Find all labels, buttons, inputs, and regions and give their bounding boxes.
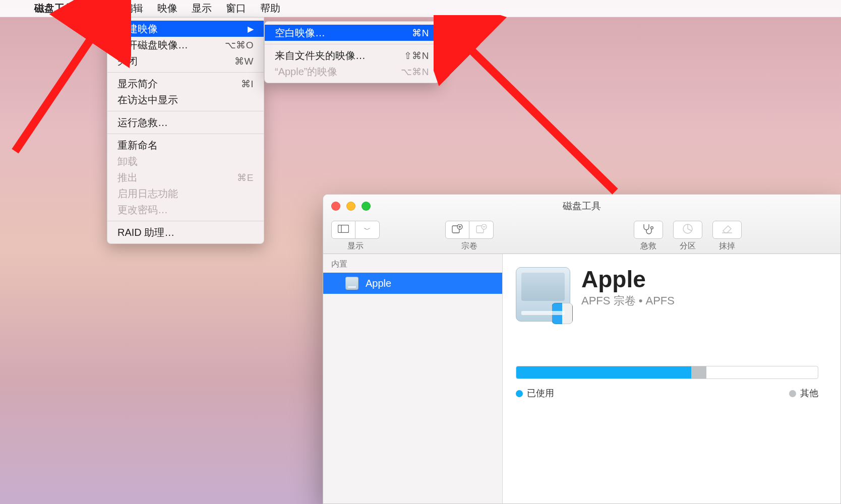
hard-disk-large-icon [516, 267, 570, 322]
legend-used: 已使用 [516, 387, 554, 399]
toolbar-group-first-aid: 急救 [634, 221, 663, 251]
legend-dot-icon [789, 390, 796, 397]
window-toolbar: ﹀ 显示 [323, 215, 840, 251]
legend-dot-icon [516, 390, 523, 397]
finder-badge-icon [552, 303, 573, 324]
menu-item-label: RAID 助理… [117, 226, 174, 239]
menu-item-label: 运行急救… [117, 116, 168, 130]
menubar-item-help[interactable]: 帮助 [253, 0, 287, 17]
usage-section: 已使用 其他 [516, 366, 818, 399]
annotation-arrow-right [434, 15, 635, 202]
sidebar-item-apple[interactable]: Apple [323, 273, 502, 294]
menu-item-raid-assistant[interactable]: RAID 助理… [107, 224, 264, 240]
toolbar-label: 显示 [347, 241, 364, 251]
volume-name: Apple [581, 267, 675, 291]
usage-bar [516, 366, 818, 379]
menu-item-unmount: 卸载 [107, 153, 264, 169]
svg-rect-0 [338, 225, 349, 232]
menu-item-label: 启用日志功能 [117, 187, 178, 201]
menu-item-shortcut: ⌘E [237, 172, 254, 183]
main-pane: Apple APFS 宗卷 • APFS 已使用 其他 [503, 254, 840, 503]
toolbar-label: 抹掉 [719, 241, 735, 251]
legend-label: 其他 [800, 388, 818, 398]
menubar-app-name[interactable]: 磁盘工具 [27, 0, 82, 17]
new-image-submenu: 空白映像… ⌘N 来自文件夹的映像… ⇧⌘N “Apple”的映像 ⌥⌘N [264, 21, 440, 83]
pie-chart-icon [682, 223, 693, 237]
submenu-item-image-from-apple: “Apple”的映像 ⌥⌘N [265, 64, 439, 80]
menu-separator [107, 72, 264, 73]
menu-item-show-in-finder[interactable]: 在访达中显示 [107, 92, 264, 108]
eraser-icon [721, 224, 733, 236]
file-menu-dropdown: 新建映像 ▶ 打开磁盘映像… ⌥⌘O 关闭 ⌘W 显示简介 ⌘I 在访达中显示 … [107, 17, 264, 244]
submenu-item-blank-image[interactable]: 空白映像… ⌘N [265, 25, 439, 41]
toolbar-partition-button [673, 221, 702, 239]
menu-separator [265, 44, 439, 44]
menubar-item-image[interactable]: 映像 [150, 0, 185, 17]
menu-item-rename[interactable]: 重新命名 [107, 137, 264, 153]
menu-separator [107, 221, 264, 221]
menu-item-enable-journaling: 启用日志功能 [107, 185, 264, 202]
menu-item-label: 推出 [117, 171, 138, 184]
menubar-item-view[interactable]: 显示 [185, 0, 219, 17]
toolbar-group-erase: 抹掉 [712, 221, 742, 251]
menu-item-label: 显示简介 [117, 77, 158, 91]
volume-remove-icon [476, 224, 487, 236]
toolbar-label: 宗卷 [461, 241, 477, 251]
menu-item-run-first-aid[interactable]: 运行急救… [107, 114, 264, 131]
legend-label: 已使用 [527, 388, 554, 398]
toolbar-erase-button [712, 221, 742, 239]
menu-item-label: 来自文件夹的映像… [275, 49, 366, 62]
volume-subtitle: APFS 宗卷 • APFS [581, 293, 675, 308]
toolbar-first-aid-button[interactable] [634, 221, 663, 239]
toolbar-view-dropdown[interactable]: ﹀ [355, 221, 380, 239]
menu-item-open-disk-image[interactable]: 打开磁盘映像… ⌥⌘O [107, 37, 264, 53]
svg-line-15 [461, 40, 615, 192]
sidebar: 内置 Apple [323, 254, 503, 503]
legend-other: 其他 [789, 387, 818, 399]
chevron-right-icon: ▶ [248, 24, 254, 34]
sidebar-icon [338, 225, 349, 235]
menu-item-label: 卸载 [117, 155, 138, 168]
window-titlebar: 磁盘工具 ﹀ 显示 [323, 195, 840, 254]
volume-add-icon [452, 224, 463, 236]
toolbar-remove-volume-button [469, 221, 494, 239]
volume-header: Apple APFS 宗卷 • APFS [516, 267, 840, 322]
toolbar-add-volume-button[interactable] [445, 221, 469, 239]
menu-item-shortcut: ⌥⌘N [401, 66, 429, 78]
menu-item-close[interactable]: 关闭 ⌘W [107, 53, 264, 69]
menu-item-label: 打开磁盘映像… [117, 38, 188, 52]
menu-item-new-image[interactable]: 新建映像 ▶ [107, 21, 264, 37]
toolbar-group-partition: 分区 [673, 221, 702, 251]
menu-item-get-info[interactable]: 显示简介 ⌘I [107, 76, 264, 92]
menu-item-shortcut: ⌘W [234, 55, 254, 67]
menu-item-change-password: 更改密码… [107, 202, 264, 218]
window-title: 磁盘工具 [323, 200, 840, 213]
menu-item-label: 空白映像… [275, 26, 325, 40]
toolbar-label: 分区 [680, 241, 696, 251]
sidebar-section-header: 内置 [323, 254, 502, 273]
svg-line-13 [15, 28, 98, 151]
menu-item-shortcut: ⇧⌘N [404, 50, 429, 61]
menubar-item-edit[interactable]: 编辑 [116, 0, 150, 17]
sidebar-item-label: Apple [366, 278, 391, 289]
chevron-down-icon: ﹀ [364, 225, 371, 234]
menu-item-label: 关闭 [117, 54, 138, 68]
menu-item-label: 更改密码… [117, 203, 168, 217]
menu-item-shortcut: ⌘N [412, 27, 429, 39]
menu-item-label: “Apple”的映像 [275, 65, 337, 79]
menubar: 磁盘工具 文件 编辑 映像 显示 窗口 帮助 [0, 0, 841, 17]
toolbar-sidebar-button[interactable] [331, 221, 355, 239]
usage-bar-other [691, 366, 706, 379]
usage-bar-used [516, 366, 691, 379]
menubar-item-file[interactable]: 文件 [82, 0, 116, 17]
toolbar-label: 急救 [640, 241, 656, 251]
submenu-item-image-from-folder[interactable]: 来自文件夹的映像… ⇧⌘N [265, 47, 439, 64]
toolbar-group-view: ﹀ 显示 [331, 221, 380, 251]
hard-disk-icon [345, 277, 358, 290]
menu-item-shortcut: ⌥⌘O [225, 39, 254, 51]
menu-item-label: 在访达中显示 [117, 93, 178, 107]
menu-separator [107, 111, 264, 111]
toolbar-group-volume: 宗卷 [445, 221, 494, 251]
usage-legend: 已使用 其他 [516, 387, 818, 399]
menubar-item-window[interactable]: 窗口 [219, 0, 253, 17]
